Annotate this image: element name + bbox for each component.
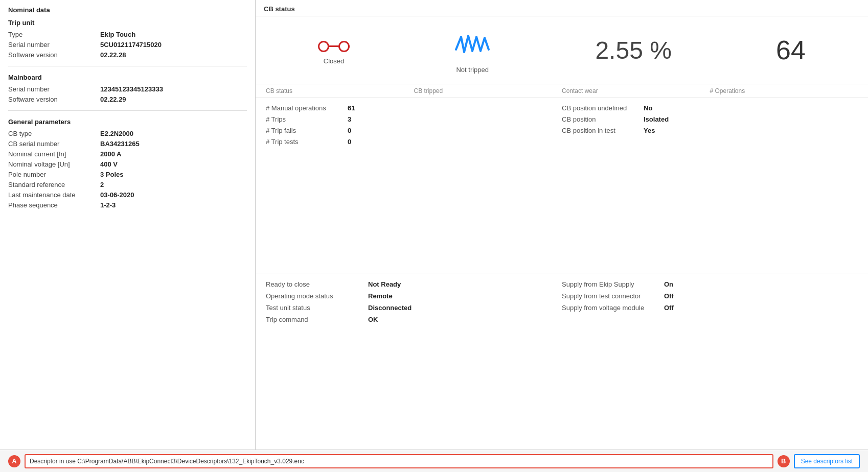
stats-left-row: # Trip tests 0 bbox=[266, 138, 414, 146]
closed-icon bbox=[318, 41, 350, 52]
data-key: CB position in test bbox=[562, 127, 644, 134]
status-key: Supply from test connector bbox=[562, 292, 664, 300]
stats-left-row: # Manual operations 61 bbox=[266, 104, 414, 112]
nominal-data-title: Nominal data bbox=[8, 6, 247, 14]
footer-badge-b: B bbox=[778, 455, 790, 467]
data-val: 61 bbox=[348, 104, 355, 112]
mainboard-field-row: Software version 02.22.29 bbox=[8, 96, 247, 103]
data-key: # Trips bbox=[266, 115, 348, 123]
field-label: Software version bbox=[8, 96, 100, 103]
general-field-row: Standard reference 2 bbox=[8, 181, 247, 188]
col-header-cb-status: CB status bbox=[266, 87, 414, 95]
status-key: Supply from voltage module bbox=[562, 304, 664, 312]
data-key: CB position undefined bbox=[562, 104, 644, 112]
field-value: 03-06-2020 bbox=[100, 191, 134, 199]
status-val: Remote bbox=[368, 292, 393, 300]
footer-badge-a: A bbox=[8, 455, 20, 467]
col-header-contact-wear: Contact wear bbox=[562, 87, 710, 95]
stats-right-row: CB position Isolated bbox=[562, 115, 710, 123]
bottom-right-col: Supply from Ekip Supply OnSupply from te… bbox=[562, 280, 858, 443]
status-bottom-area: Ready to close Not ReadyOperating mode s… bbox=[256, 273, 868, 450]
see-descriptors-btn[interactable]: See descriptors list bbox=[794, 454, 860, 468]
stats-right-row: CB position in test Yes bbox=[562, 127, 710, 134]
status-key: Trip command bbox=[266, 316, 368, 323]
data-val: 0 bbox=[348, 127, 351, 134]
col-header-cb-tripped: CB tripped bbox=[414, 87, 562, 95]
data-val: 3 bbox=[348, 115, 351, 123]
field-value: 2000 A bbox=[100, 150, 121, 158]
data-key: # Trip tests bbox=[266, 138, 348, 146]
data-val: Isolated bbox=[644, 115, 669, 123]
field-label: Software version bbox=[8, 51, 100, 59]
right-panel: CB status Closed Not tripped bbox=[256, 0, 868, 450]
general-field-row: Nominal voltage [Un] 400 V bbox=[8, 160, 247, 168]
bottom-left-col: Ready to close Not ReadyOperating mode s… bbox=[266, 280, 562, 443]
col-headers-row: CB status CB tripped Contact wear # Oper… bbox=[256, 84, 868, 98]
field-value: E2.2N2000 bbox=[100, 130, 133, 137]
status-val: Off bbox=[664, 292, 674, 300]
field-label: Nominal voltage [Un] bbox=[8, 160, 100, 168]
bottom-left-row: Operating mode status Remote bbox=[266, 292, 562, 300]
field-label: Phase sequence bbox=[8, 201, 100, 209]
bottom-left-row: Ready to close Not Ready bbox=[266, 280, 562, 288]
cb-status-header: CB status bbox=[256, 0, 868, 16]
stats-empty-col2 bbox=[710, 104, 858, 267]
data-key: # Manual operations bbox=[266, 104, 348, 112]
field-label: Nominal current [In] bbox=[8, 150, 100, 158]
wave-icon bbox=[454, 32, 491, 61]
not-tripped-label: Not tripped bbox=[456, 66, 489, 74]
field-value: 12345123345123333 bbox=[100, 85, 163, 93]
field-label: Pole number bbox=[8, 171, 100, 178]
data-key: # Trip fails bbox=[266, 127, 348, 134]
stats-right-col: CB position undefined NoCB position Isol… bbox=[562, 104, 710, 267]
field-label: Type bbox=[8, 31, 100, 38]
stats-empty-col bbox=[414, 104, 562, 267]
status-key: Operating mode status bbox=[266, 292, 368, 300]
field-label: Last maintenance date bbox=[8, 191, 100, 199]
descriptor-text: Descriptor in use C:\ProgramData\ABB\Eki… bbox=[30, 458, 304, 465]
col-header-operations: # Operations bbox=[710, 87, 858, 95]
general-field-row: Nominal current [In] 2000 A bbox=[8, 150, 247, 158]
status-val: On bbox=[664, 280, 673, 288]
field-value: 5CU0121174715020 bbox=[100, 41, 162, 49]
operations-value: 64 bbox=[776, 37, 806, 63]
data-val: No bbox=[644, 104, 652, 112]
operations-item: 64 bbox=[776, 37, 806, 68]
field-label: CB serial number bbox=[8, 140, 100, 148]
bottom-left-row: Test unit status Disconnected bbox=[266, 304, 562, 312]
general-field-row: CB serial number BA34231265 bbox=[8, 140, 247, 148]
status-val: Not Ready bbox=[368, 280, 401, 288]
field-label: Serial number bbox=[8, 85, 100, 93]
mainboard-field-row: Serial number 12345123345123333 bbox=[8, 85, 247, 93]
status-icons-row: Closed Not tripped 2.55 % 64 bbox=[256, 16, 868, 84]
status-val: Disconnected bbox=[368, 304, 412, 312]
trip-unit-field-row: Type Ekip Touch bbox=[8, 31, 247, 38]
stats-left-row: # Trip fails 0 bbox=[266, 127, 414, 134]
field-value: 400 V bbox=[100, 160, 118, 168]
stats-data-area: # Manual operations 61# Trips 3# Trip fa… bbox=[256, 98, 868, 273]
general-field-row: Phase sequence 1-2-3 bbox=[8, 201, 247, 209]
general-field-row: Pole number 3 Poles bbox=[8, 171, 247, 178]
field-value: BA34231265 bbox=[100, 140, 140, 148]
general-params-title: General parameters bbox=[8, 118, 247, 126]
status-val: Off bbox=[664, 304, 674, 312]
status-key: Supply from Ekip Supply bbox=[562, 280, 664, 288]
mainboard-title: Mainboard bbox=[8, 74, 247, 81]
percent-value: 2.55 % bbox=[595, 36, 671, 64]
contact-wear-item: 2.55 % bbox=[595, 36, 671, 69]
field-value: 02.22.28 bbox=[100, 51, 126, 59]
stats-right-row: CB position undefined No bbox=[562, 104, 710, 112]
stats-left-row: # Trips 3 bbox=[266, 115, 414, 123]
general-field-row: CB type E2.2N2000 bbox=[8, 130, 247, 137]
bottom-right-row: Supply from test connector Off bbox=[562, 292, 858, 300]
field-value: 3 Poles bbox=[100, 171, 124, 178]
general-field-row: Last maintenance date 03-06-2020 bbox=[8, 191, 247, 199]
bottom-right-row: Supply from Ekip Supply On bbox=[562, 280, 858, 288]
field-label: CB type bbox=[8, 130, 100, 137]
footer: A Descriptor in use C:\ProgramData\ABB\E… bbox=[0, 450, 868, 472]
data-val: 0 bbox=[348, 138, 351, 146]
bottom-right-row: Supply from voltage module Off bbox=[562, 304, 858, 312]
circle-left bbox=[318, 41, 329, 52]
bottom-left-row: Trip command OK bbox=[266, 316, 562, 323]
field-value: 1-2-3 bbox=[100, 201, 116, 209]
